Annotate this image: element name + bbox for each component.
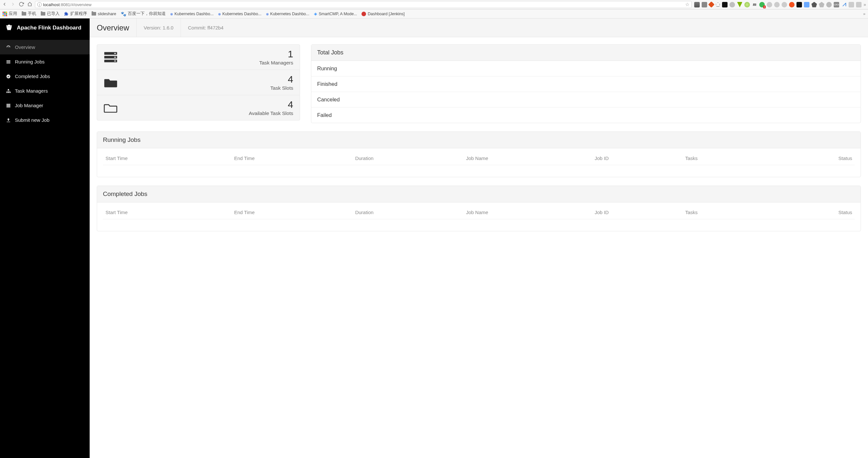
ext-icon[interactable] — [767, 2, 772, 7]
ext-icon[interactable] — [856, 2, 862, 7]
puzzle-icon — [64, 12, 69, 16]
ext-icon[interactable] — [789, 2, 795, 7]
col-job-id[interactable]: Job ID — [592, 205, 683, 219]
total-jobs-running[interactable]: Running — [311, 61, 861, 77]
ext-icon[interactable] — [702, 2, 707, 7]
sidebar-item-running-jobs[interactable]: Running Jobs — [0, 54, 90, 69]
sidebar-item-label: Task Managers — [15, 88, 48, 94]
ext-icon[interactable] — [708, 1, 715, 8]
bookmark-folder-slideshare[interactable]: slideshare — [92, 12, 116, 16]
col-duration[interactable]: Duration — [352, 205, 463, 219]
total-jobs-failed[interactable]: Failed — [311, 108, 861, 123]
sidebar-item-label: Running Jobs — [15, 59, 45, 64]
overflow-icon[interactable]: » — [864, 2, 866, 7]
site-info-icon[interactable]: i — [37, 2, 42, 7]
sidebar-item-job-manager[interactable]: Job Manager — [0, 98, 90, 113]
col-tasks[interactable]: Tasks — [683, 151, 766, 165]
bookmark-baidu[interactable]: 🐾百度一下，你就知道 — [121, 11, 166, 17]
crx-ext-icon[interactable]: CRX — [834, 2, 839, 7]
folder-solid-icon — [103, 77, 118, 88]
svg-rect-14 — [114, 53, 116, 54]
bookmarks-bar: 应用 手机 已导入 扩展程序 slideshare 🐾百度一下，你就知道 ⎈Ku… — [0, 9, 868, 19]
sidebar-nav: Overview Running Jobs Completed Jobs Tas… — [0, 37, 90, 127]
ext-icon[interactable] — [782, 2, 787, 7]
sidebar-item-completed-jobs[interactable]: Completed Jobs — [0, 69, 90, 84]
address-bar[interactable]: i localhost:8081/#/overview ☆ — [35, 1, 692, 8]
folder-icon — [41, 12, 45, 16]
stat-task-slots[interactable]: 4 Task Slots — [97, 70, 300, 95]
stat-label: Available Task Slots — [249, 110, 293, 116]
list-icon — [6, 59, 11, 64]
bookmark-k8s-2[interactable]: ⎈Kubernetes Dashbo... — [218, 11, 261, 17]
ext-icon[interactable] — [694, 2, 700, 7]
servers-icon — [103, 52, 118, 63]
ext-icon[interactable] — [722, 2, 727, 7]
apps-button[interactable]: 应用 — [3, 11, 17, 17]
sidebar-item-overview[interactable]: Overview — [0, 40, 90, 54]
total-jobs-finished[interactable]: Finished — [311, 77, 861, 92]
bookmarks-overflow-icon[interactable]: » — [863, 12, 865, 16]
reload-icon[interactable] — [19, 2, 24, 8]
stat-available-slots[interactable]: 4 Available Task Slots — [97, 95, 300, 120]
svg-rect-7 — [9, 92, 10, 93]
ext-icon[interactable] — [848, 2, 854, 7]
ext-icon[interactable] — [804, 2, 809, 7]
ext-icon[interactable] — [811, 2, 817, 7]
home-icon[interactable] — [27, 2, 32, 8]
sidebar-item-task-managers[interactable]: Task Managers — [0, 84, 90, 98]
upload-icon — [6, 118, 11, 123]
stat-value: 4 — [270, 74, 293, 85]
bookmark-k8s-1[interactable]: ⎈Kubernetes Dashbo... — [170, 11, 214, 17]
col-duration[interactable]: Duration — [352, 151, 463, 165]
ext-icon[interactable] — [716, 2, 720, 7]
col-job-name[interactable]: Job Name — [463, 151, 592, 165]
sidebar-item-submit-job[interactable]: Submit new Job — [0, 113, 90, 127]
bookmark-k8s-3[interactable]: ⎈Kubernetes Dashbo... — [266, 11, 309, 17]
k8s-icon: ⎈ — [170, 11, 173, 17]
stat-value: 1 — [259, 49, 293, 59]
ext-icon[interactable] — [730, 2, 735, 7]
col-end-time[interactable]: End Time — [231, 205, 352, 219]
col-job-name[interactable]: Job Name — [463, 205, 592, 219]
back-icon[interactable] — [2, 2, 7, 8]
stats-card: 1 Task Managers 4 Task Slots — [97, 45, 300, 120]
ext-icon[interactable] — [744, 2, 750, 7]
sidebar-item-label: Submit new Job — [15, 117, 50, 123]
col-end-time[interactable]: End Time — [231, 151, 352, 165]
bookmark-jenkins[interactable]: Dashboard [Jenkins] — [362, 12, 405, 16]
apps-icon — [3, 12, 7, 16]
col-start-time[interactable]: Start Time — [103, 205, 231, 219]
dashboard-icon — [6, 45, 11, 50]
col-start-time[interactable]: Start Time — [103, 151, 231, 165]
sidebar-item-label: Completed Jobs — [15, 74, 50, 79]
col-tasks[interactable]: Tasks — [683, 205, 766, 219]
browser-nav-buttons — [2, 2, 32, 8]
col-job-id[interactable]: Job ID — [592, 151, 683, 165]
stat-task-managers[interactable]: 1 Task Managers — [97, 45, 300, 70]
col-status[interactable]: Status — [766, 205, 855, 219]
ext-icon[interactable] — [774, 2, 780, 7]
k8s-icon: ⎈ — [266, 11, 269, 17]
ext-icon[interactable] — [797, 2, 802, 7]
svg-point-3 — [6, 75, 10, 78]
browser-extensions: m 1 CRX ⩘ » — [694, 2, 866, 7]
brand[interactable]: Apache Flink Dashboard — [0, 19, 90, 37]
forward-icon[interactable] — [10, 2, 16, 8]
ext-icon[interactable] — [826, 2, 832, 7]
ext-icon[interactable]: ⩘ — [841, 2, 847, 7]
bookmark-star-icon[interactable]: ☆ — [685, 2, 689, 7]
total-jobs-canceled[interactable]: Canceled — [311, 92, 861, 108]
bookmark-folder-phone[interactable]: 手机 — [22, 11, 36, 17]
bookmark-smartcmp[interactable]: ◈SmartCMP, A Mode... — [314, 11, 357, 16]
col-status[interactable]: Status — [766, 151, 855, 165]
bookmark-extensions[interactable]: 扩展程序 — [64, 11, 87, 17]
bookmark-folder-imported[interactable]: 已导入 — [41, 11, 60, 17]
folder-outline-icon — [103, 102, 118, 114]
svg-rect-1 — [6, 61, 10, 62]
topbar-commit-cell: Commit: ff472b4 — [181, 19, 231, 37]
ext-icon[interactable]: 1 — [759, 2, 765, 7]
ext-icon[interactable]: m — [752, 2, 757, 7]
ext-icon[interactable] — [737, 2, 742, 7]
ext-icon[interactable] — [819, 2, 824, 7]
apps-label: 应用 — [9, 11, 17, 17]
